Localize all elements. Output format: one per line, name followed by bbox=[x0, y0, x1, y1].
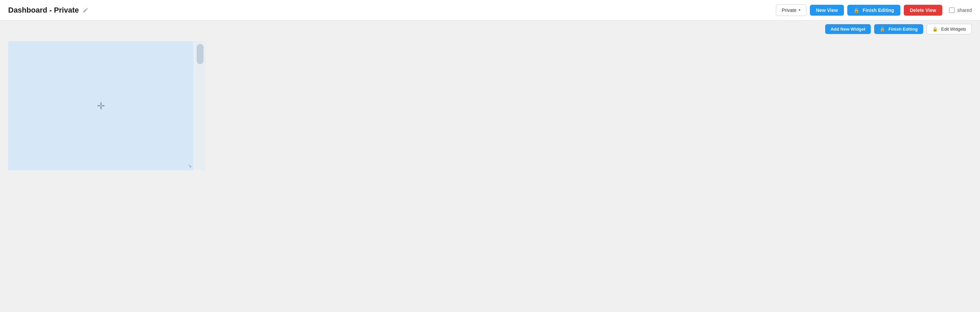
title-area: Dashboard - Private bbox=[8, 6, 89, 14]
new-view-button[interactable]: New View bbox=[810, 5, 844, 16]
lock-icon-edit: 🔒 bbox=[932, 27, 938, 32]
delete-view-button[interactable]: Delete View bbox=[904, 5, 943, 16]
finish-editing-button-top[interactable]: 🔒 Finish Editing bbox=[847, 5, 900, 16]
top-actions: Private ▾ New View 🔒 Finish Editing Dele… bbox=[776, 5, 972, 16]
dropdown-label: Private bbox=[782, 8, 797, 13]
add-widget-label: Add New Widget bbox=[830, 27, 865, 32]
lock-icon-secondary: 🔒 bbox=[880, 27, 885, 32]
main-content: ✛ ↘ bbox=[0, 38, 980, 174]
edit-title-icon[interactable] bbox=[82, 7, 89, 13]
resize-handle-icon[interactable]: ↘ bbox=[188, 163, 193, 169]
widget-container: ✛ ↘ bbox=[8, 41, 205, 170]
scrollbar-track[interactable] bbox=[195, 41, 205, 170]
finish-editing-label-secondary: Finish Editing bbox=[888, 27, 918, 32]
edit-widgets-label: Edit Widgets bbox=[941, 27, 966, 32]
new-view-label: New View bbox=[816, 8, 838, 13]
page-title: Dashboard - Private bbox=[8, 6, 79, 14]
shared-checkbox[interactable] bbox=[949, 8, 955, 13]
delete-view-label: Delete View bbox=[910, 8, 937, 13]
move-icon: ✛ bbox=[97, 100, 105, 111]
widget-body[interactable]: ✛ bbox=[8, 41, 194, 170]
edit-widgets-button[interactable]: 🔒 Edit Widgets bbox=[927, 24, 972, 34]
finish-editing-label-top: Finish Editing bbox=[862, 8, 894, 13]
top-bar: Dashboard - Private Private ▾ New View 🔒… bbox=[0, 0, 980, 21]
add-new-widget-button[interactable]: Add New Widget bbox=[825, 24, 871, 34]
chevron-down-icon: ▾ bbox=[799, 8, 801, 12]
shared-area: shared bbox=[949, 8, 972, 13]
lock-icon: 🔒 bbox=[853, 8, 859, 13]
scrollbar-thumb[interactable] bbox=[197, 44, 204, 64]
finish-editing-button-secondary[interactable]: 🔒 Finish Editing bbox=[874, 24, 923, 34]
shared-label: shared bbox=[957, 8, 972, 13]
private-dropdown[interactable]: Private ▾ bbox=[776, 5, 807, 16]
secondary-toolbar: Add New Widget 🔒 Finish Editing 🔒 Edit W… bbox=[0, 21, 980, 38]
